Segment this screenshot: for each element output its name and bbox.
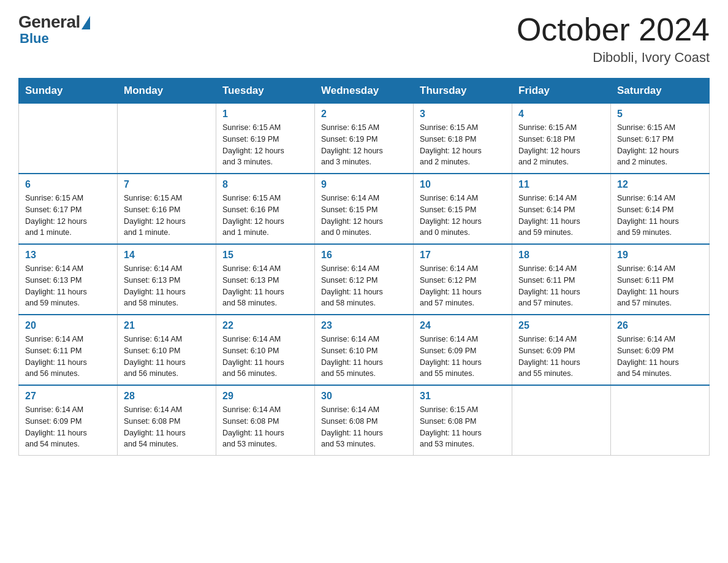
day-number: 9	[321, 179, 407, 190]
day-number: 17	[420, 250, 506, 261]
day-info: Sunrise: 6:15 AMSunset: 6:18 PMDaylight:…	[420, 122, 506, 168]
calendar-cell: 18Sunrise: 6:14 AMSunset: 6:11 PMDayligh…	[512, 244, 611, 315]
calendar-cell: 10Sunrise: 6:14 AMSunset: 6:15 PMDayligh…	[414, 174, 512, 244]
weekday-header: Saturday	[611, 79, 710, 104]
day-number: 27	[25, 391, 111, 402]
day-info: Sunrise: 6:15 AMSunset: 6:17 PMDaylight:…	[617, 122, 703, 168]
day-number: 13	[25, 250, 111, 261]
day-info: Sunrise: 6:14 AMSunset: 6:11 PMDaylight:…	[617, 263, 703, 309]
calendar-week-row: 27Sunrise: 6:14 AMSunset: 6:09 PMDayligh…	[19, 385, 710, 456]
calendar-cell: 20Sunrise: 6:14 AMSunset: 6:11 PMDayligh…	[19, 315, 118, 385]
calendar-cell: 15Sunrise: 6:14 AMSunset: 6:13 PMDayligh…	[216, 244, 315, 315]
day-info: Sunrise: 6:14 AMSunset: 6:13 PMDaylight:…	[222, 263, 308, 309]
day-info: Sunrise: 6:14 AMSunset: 6:15 PMDaylight:…	[420, 193, 506, 239]
calendar-cell: 16Sunrise: 6:14 AMSunset: 6:12 PMDayligh…	[315, 244, 414, 315]
logo: General Blue	[18, 12, 90, 47]
calendar-cell: 5Sunrise: 6:15 AMSunset: 6:17 PMDaylight…	[611, 104, 710, 174]
day-number: 31	[420, 391, 506, 402]
day-info: Sunrise: 6:14 AMSunset: 6:12 PMDaylight:…	[420, 263, 506, 309]
day-number: 18	[518, 250, 604, 261]
calendar-cell: 23Sunrise: 6:14 AMSunset: 6:10 PMDayligh…	[315, 315, 414, 385]
calendar-cell: 1Sunrise: 6:15 AMSunset: 6:19 PMDaylight…	[216, 104, 315, 174]
day-number: 8	[222, 179, 308, 190]
calendar-week-row: 20Sunrise: 6:14 AMSunset: 6:11 PMDayligh…	[19, 315, 710, 385]
calendar-cell: 31Sunrise: 6:15 AMSunset: 6:08 PMDayligh…	[414, 385, 512, 456]
calendar-cell: 29Sunrise: 6:14 AMSunset: 6:08 PMDayligh…	[216, 385, 315, 456]
day-number: 10	[420, 179, 506, 190]
logo-blue-text: Blue	[20, 31, 49, 47]
calendar-cell: 13Sunrise: 6:14 AMSunset: 6:13 PMDayligh…	[19, 244, 118, 315]
day-info: Sunrise: 6:14 AMSunset: 6:15 PMDaylight:…	[321, 193, 407, 239]
day-number: 1	[222, 109, 308, 120]
day-number: 4	[518, 109, 604, 120]
day-number: 24	[420, 320, 506, 331]
day-number: 12	[617, 179, 703, 190]
calendar-cell: 22Sunrise: 6:14 AMSunset: 6:10 PMDayligh…	[216, 315, 315, 385]
logo-general-text: General	[18, 12, 80, 32]
day-info: Sunrise: 6:14 AMSunset: 6:09 PMDaylight:…	[617, 334, 703, 380]
day-info: Sunrise: 6:14 AMSunset: 6:08 PMDaylight:…	[124, 404, 210, 450]
header-row: SundayMondayTuesdayWednesdayThursdayFrid…	[19, 79, 710, 104]
day-info: Sunrise: 6:14 AMSunset: 6:11 PMDaylight:…	[518, 263, 604, 309]
day-number: 5	[617, 109, 703, 120]
day-info: Sunrise: 6:14 AMSunset: 6:12 PMDaylight:…	[321, 263, 407, 309]
weekday-header: Thursday	[414, 79, 512, 104]
calendar-cell: 3Sunrise: 6:15 AMSunset: 6:18 PMDaylight…	[414, 104, 512, 174]
day-number: 15	[222, 250, 308, 261]
calendar-week-row: 13Sunrise: 6:14 AMSunset: 6:13 PMDayligh…	[19, 244, 710, 315]
day-info: Sunrise: 6:14 AMSunset: 6:13 PMDaylight:…	[124, 263, 210, 309]
weekday-header: Monday	[118, 79, 216, 104]
calendar-table: SundayMondayTuesdayWednesdayThursdayFrid…	[18, 78, 710, 456]
logo-triangle-icon	[82, 16, 90, 29]
day-info: Sunrise: 6:15 AMSunset: 6:17 PMDaylight:…	[25, 193, 111, 239]
calendar-cell	[19, 104, 118, 174]
calendar-cell: 4Sunrise: 6:15 AMSunset: 6:18 PMDaylight…	[512, 104, 611, 174]
day-number: 28	[124, 391, 210, 402]
calendar-cell: 27Sunrise: 6:14 AMSunset: 6:09 PMDayligh…	[19, 385, 118, 456]
day-number: 29	[222, 391, 308, 402]
day-info: Sunrise: 6:14 AMSunset: 6:08 PMDaylight:…	[321, 404, 407, 450]
weekday-header: Sunday	[19, 79, 118, 104]
page-header: General Blue October 2024 Dibobli, Ivory…	[18, 12, 710, 66]
day-number: 19	[617, 250, 703, 261]
day-info: Sunrise: 6:15 AMSunset: 6:16 PMDaylight:…	[124, 193, 210, 239]
day-number: 11	[518, 179, 604, 190]
day-info: Sunrise: 6:14 AMSunset: 6:09 PMDaylight:…	[518, 334, 604, 380]
weekday-header: Tuesday	[216, 79, 315, 104]
calendar-week-row: 1Sunrise: 6:15 AMSunset: 6:19 PMDaylight…	[19, 104, 710, 174]
day-number: 3	[420, 109, 506, 120]
weekday-header: Wednesday	[315, 79, 414, 104]
day-info: Sunrise: 6:14 AMSunset: 6:14 PMDaylight:…	[617, 193, 703, 239]
day-number: 26	[617, 320, 703, 331]
day-number: 16	[321, 250, 407, 261]
day-number: 14	[124, 250, 210, 261]
day-number: 21	[124, 320, 210, 331]
day-number: 23	[321, 320, 407, 331]
calendar-subtitle: Dibobli, Ivory Coast	[517, 50, 710, 66]
calendar-cell: 12Sunrise: 6:14 AMSunset: 6:14 PMDayligh…	[611, 174, 710, 244]
calendar-cell	[512, 385, 611, 456]
day-info: Sunrise: 6:14 AMSunset: 6:13 PMDaylight:…	[25, 263, 111, 309]
day-number: 7	[124, 179, 210, 190]
title-section: October 2024 Dibobli, Ivory Coast	[517, 12, 710, 66]
day-info: Sunrise: 6:14 AMSunset: 6:10 PMDaylight:…	[124, 334, 210, 380]
day-info: Sunrise: 6:15 AMSunset: 6:16 PMDaylight:…	[222, 193, 308, 239]
day-number: 2	[321, 109, 407, 120]
calendar-title: October 2024	[517, 12, 710, 47]
day-number: 30	[321, 391, 407, 402]
day-number: 22	[222, 320, 308, 331]
calendar-cell: 11Sunrise: 6:14 AMSunset: 6:14 PMDayligh…	[512, 174, 611, 244]
day-info: Sunrise: 6:15 AMSunset: 6:18 PMDaylight:…	[518, 122, 604, 168]
calendar-cell: 25Sunrise: 6:14 AMSunset: 6:09 PMDayligh…	[512, 315, 611, 385]
day-info: Sunrise: 6:14 AMSunset: 6:14 PMDaylight:…	[518, 193, 604, 239]
calendar-cell: 2Sunrise: 6:15 AMSunset: 6:19 PMDaylight…	[315, 104, 414, 174]
day-number: 20	[25, 320, 111, 331]
day-info: Sunrise: 6:14 AMSunset: 6:08 PMDaylight:…	[222, 404, 308, 450]
calendar-week-row: 6Sunrise: 6:15 AMSunset: 6:17 PMDaylight…	[19, 174, 710, 244]
calendar-cell: 8Sunrise: 6:15 AMSunset: 6:16 PMDaylight…	[216, 174, 315, 244]
calendar-cell	[118, 104, 216, 174]
calendar-cell: 14Sunrise: 6:14 AMSunset: 6:13 PMDayligh…	[118, 244, 216, 315]
day-info: Sunrise: 6:14 AMSunset: 6:09 PMDaylight:…	[420, 334, 506, 380]
calendar-cell: 26Sunrise: 6:14 AMSunset: 6:09 PMDayligh…	[611, 315, 710, 385]
calendar-cell: 21Sunrise: 6:14 AMSunset: 6:10 PMDayligh…	[118, 315, 216, 385]
